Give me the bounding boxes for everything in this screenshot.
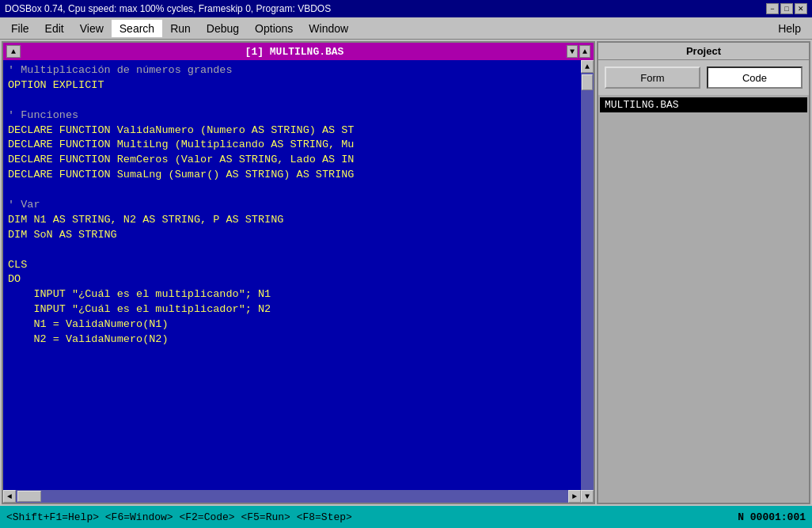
menu-help[interactable]: Help <box>770 20 809 37</box>
scroll-left-arrow[interactable]: ◄ <box>3 490 16 503</box>
minimize-button[interactable]: − <box>766 3 779 14</box>
scroll-down-arrow[interactable]: ▼ <box>581 490 594 503</box>
editor-title-bar: ▲ [1] MULTILNG.BAS ▼ ▲ <box>3 43 594 60</box>
scroll-thumb-horizontal[interactable] <box>17 491 41 502</box>
menu-window[interactable]: Window <box>301 20 356 37</box>
form-button[interactable]: Form <box>605 66 700 89</box>
status-position: N 00001:001 <box>738 511 806 523</box>
menu-view[interactable]: View <box>72 20 112 37</box>
editor-code-area[interactable]: ' Multiplicación de números grandes OPTI… <box>3 60 581 490</box>
title-bar-text: DOSBox 0.74, Cpu speed: max 100% cycles,… <box>5 3 766 14</box>
editor-left: ' Multiplicación de números grandes OPTI… <box>3 60 581 503</box>
scroll-thumb-vertical[interactable] <box>582 74 593 90</box>
scroll-up-arrow[interactable]: ▲ <box>581 60 594 73</box>
scroll-track-vertical[interactable] <box>581 73 594 490</box>
project-buttons: Form Code <box>598 60 809 95</box>
main-area: ▲ [1] MULTILNG.BAS ▼ ▲ ' Multiplicación … <box>0 40 812 506</box>
scroll-right-arrow[interactable]: ► <box>568 490 581 503</box>
editor-vertical-scrollbar[interactable]: ▲ ▼ <box>581 60 594 503</box>
menu-edit[interactable]: Edit <box>37 20 72 37</box>
menu-file[interactable]: File <box>3 20 37 37</box>
code-button[interactable]: Code <box>707 66 803 89</box>
window-controls: − □ ✕ <box>766 3 807 14</box>
editor-scroll-buttons: ▼ ▲ <box>567 45 590 58</box>
project-files-list: MULTILNG.BAS <box>598 95 809 503</box>
editor-restore-button[interactable]: ▲ <box>6 45 21 58</box>
status-keys: <Shift+F1=Help> <F6=Window> <F2=Code> <F… <box>6 511 352 523</box>
menu-bar: File Edit View Search Run Debug Options … <box>0 17 812 40</box>
editor-horizontal-scrollbar[interactable]: ◄ ► <box>3 490 581 503</box>
menu-debug[interactable]: Debug <box>199 20 247 37</box>
project-pane: Project Form Code MULTILNG.BAS <box>597 41 810 504</box>
project-title: Project <box>598 43 809 60</box>
menu-search[interactable]: Search <box>112 20 162 37</box>
editor-pane: ▲ [1] MULTILNG.BAS ▼ ▲ ' Multiplicación … <box>2 41 595 504</box>
editor-scroll-down-button[interactable]: ▼ <box>567 45 578 58</box>
editor-inner: ' Multiplicación de números grandes OPTI… <box>3 60 594 503</box>
maximize-button[interactable]: □ <box>780 3 793 14</box>
scroll-track-horizontal[interactable] <box>16 490 568 503</box>
editor-title-label: [1] MULTILNG.BAS <box>22 46 567 58</box>
editor-scroll-up-button[interactable]: ▲ <box>579 45 590 58</box>
project-file-item[interactable]: MULTILNG.BAS <box>600 97 807 112</box>
menu-options[interactable]: Options <box>247 20 301 37</box>
close-button[interactable]: ✕ <box>795 3 807 14</box>
menu-run[interactable]: Run <box>162 20 199 37</box>
status-bar: <Shift+F1=Help> <F6=Window> <F2=Code> <F… <box>0 506 812 528</box>
title-bar: DOSBox 0.74, Cpu speed: max 100% cycles,… <box>0 0 812 17</box>
